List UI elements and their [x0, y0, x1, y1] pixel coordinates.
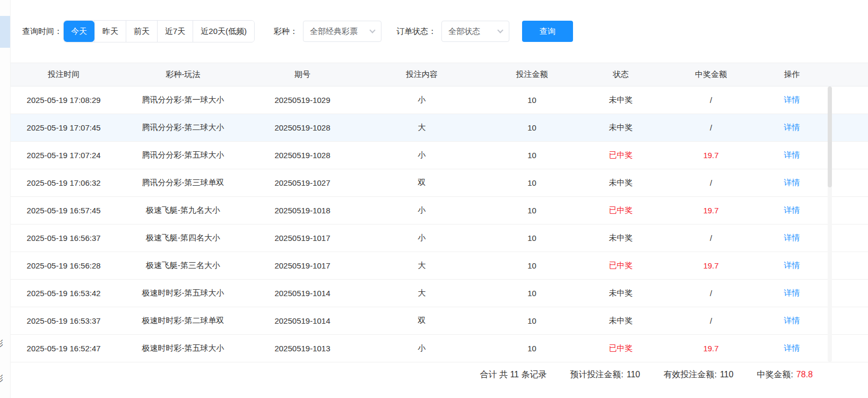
cell-action: 详情	[756, 86, 828, 114]
table-row: 2025-05-19 17:07:45腾讯分分彩-第二球大小20250519-1…	[11, 114, 868, 142]
query-button[interactable]: 查询	[522, 21, 573, 42]
column-header-2: 期号	[249, 63, 355, 86]
order-status-value: 全部状态	[448, 27, 480, 37]
cell-game: 极速时时彩-第五球大小	[117, 280, 249, 307]
cell-amount: 10	[488, 142, 576, 169]
detail-link[interactable]: 详情	[784, 150, 800, 159]
scrollbar-gutter-cell	[828, 280, 868, 307]
cell-prize: /	[666, 169, 756, 197]
column-header-5: 状态	[576, 63, 666, 86]
cell-time: 2025-05-19 17:08:29	[11, 86, 117, 114]
table-header-row: 投注时间彩种-玩法期号投注内容投注金额状态中奖金额操作	[11, 63, 868, 86]
total-records-text: 合计 共 11 条记录	[480, 369, 547, 380]
column-header-3: 投注内容	[355, 63, 488, 86]
cell-game: 腾讯分分彩-第一球大小	[117, 86, 249, 114]
cell-status: 未中奖	[576, 169, 666, 197]
cell-issue: 20250519-1027	[249, 169, 355, 197]
cell-game: 极速时时彩-第二球单双	[117, 307, 249, 335]
cell-amount: 10	[488, 114, 576, 142]
cell-issue: 20250519-1017	[249, 252, 355, 280]
cell-status: 未中奖	[576, 224, 666, 252]
vertical-scrollbar[interactable]	[828, 86, 832, 362]
detail-link[interactable]: 详情	[784, 261, 800, 270]
cell-amount: 10	[488, 280, 576, 307]
table-row: 2025-05-19 16:53:42极速时时彩-第五球大小20250519-1…	[11, 280, 868, 307]
cell-amount: 10	[488, 86, 576, 114]
cell-content: 小	[355, 197, 488, 224]
cell-time: 2025-05-19 17:07:45	[11, 114, 117, 142]
detail-link[interactable]: 详情	[784, 205, 800, 214]
sidebar-item-partial-1[interactable]: 彩	[0, 339, 11, 349]
collapsed-sidebar: 彩 彩	[0, 0, 11, 398]
cell-status: 未中奖	[576, 86, 666, 114]
table-row: 2025-05-19 16:53:37极速时时彩-第二球单双20250519-1…	[11, 307, 868, 335]
order-status-select[interactable]: 全部状态	[441, 21, 509, 42]
lottery-select[interactable]: 全部经典彩票	[303, 21, 381, 42]
lottery-filter-label: 彩种：	[274, 27, 298, 37]
cell-prize: /	[666, 86, 756, 114]
time-option-4[interactable]: 近20天(低频)	[193, 21, 254, 42]
summary-bar: 合计 共 11 条记录 预计投注金额:110 有效投注金额:110 中奖金额:7…	[11, 362, 868, 387]
cell-game: 极速时时彩-第五球大小	[117, 335, 249, 362]
cell-action: 详情	[756, 335, 828, 362]
detail-link[interactable]: 详情	[784, 288, 800, 297]
cell-issue: 20250519-1013	[249, 335, 355, 362]
valid-bet-label: 有效投注金额:	[663, 370, 716, 379]
time-filter-label: 查询时间：	[22, 27, 62, 37]
cell-time: 2025-05-19 17:06:32	[11, 169, 117, 197]
lottery-select-value: 全部经典彩票	[310, 27, 358, 37]
time-option-2[interactable]: 前天	[126, 21, 157, 42]
cell-amount: 10	[488, 197, 576, 224]
cell-issue: 20250519-1014	[249, 307, 355, 335]
cell-time: 2025-05-19 17:07:24	[11, 142, 117, 169]
cell-game: 极速飞艇-第三名大小	[117, 252, 249, 280]
filter-bar: 查询时间： 今天昨天前天近7天近20天(低频) 彩种： 全部经典彩票 订单状态：…	[11, 0, 868, 63]
detail-link[interactable]: 详情	[784, 233, 800, 242]
cell-status: 已中奖	[576, 335, 666, 362]
sidebar-item-partial-2[interactable]: 彩	[0, 374, 11, 384]
table-row: 2025-05-19 16:57:45极速飞艇-第九名大小20250519-10…	[11, 197, 868, 224]
cell-content: 小	[355, 224, 488, 252]
detail-link[interactable]: 详情	[784, 178, 800, 187]
cell-issue: 20250519-1017	[249, 224, 355, 252]
detail-link[interactable]: 详情	[784, 95, 800, 104]
scrollbar-gutter-cell	[828, 86, 868, 114]
column-header-6: 中奖金额	[666, 63, 756, 86]
cell-prize: 19.7	[666, 142, 756, 169]
detail-link[interactable]: 详情	[784, 343, 800, 352]
main-content: 查询时间： 今天昨天前天近7天近20天(低频) 彩种： 全部经典彩票 订单状态：…	[11, 0, 868, 398]
cell-content: 大	[355, 280, 488, 307]
cell-game: 极速飞艇-第九名大小	[117, 197, 249, 224]
cell-time: 2025-05-19 16:53:37	[11, 307, 117, 335]
cell-action: 详情	[756, 169, 828, 197]
cell-status: 未中奖	[576, 280, 666, 307]
cell-amount: 10	[488, 335, 576, 362]
cell-prize: /	[666, 114, 756, 142]
valid-bet-amount: 有效投注金额:110	[663, 369, 733, 380]
detail-link[interactable]: 详情	[784, 316, 800, 325]
time-option-1[interactable]: 昨天	[94, 21, 126, 42]
cell-issue: 20250519-1028	[249, 142, 355, 169]
detail-link[interactable]: 详情	[784, 123, 800, 132]
table-row: 2025-05-19 17:07:24腾讯分分彩-第五球大小20250519-1…	[11, 142, 868, 169]
cell-issue: 20250519-1028	[249, 114, 355, 142]
time-filter-group: 今天昨天前天近7天近20天(低频)	[63, 20, 255, 42]
cell-status: 已中奖	[576, 252, 666, 280]
cell-amount: 10	[488, 307, 576, 335]
cell-prize: /	[666, 280, 756, 307]
sidebar-active-item[interactable]	[0, 16, 11, 48]
cell-status: 已中奖	[576, 197, 666, 224]
scrollbar-gutter-cell	[828, 224, 868, 252]
table-row: 2025-05-19 17:08:29腾讯分分彩-第一球大小20250519-1…	[11, 86, 868, 114]
cell-status: 未中奖	[576, 114, 666, 142]
cell-prize: /	[666, 224, 756, 252]
scrollbar-gutter-cell	[828, 169, 868, 197]
cell-content: 双	[355, 169, 488, 197]
time-option-3[interactable]: 近7天	[157, 21, 193, 42]
chevron-down-icon	[497, 27, 503, 33]
table-row: 2025-05-19 16:56:28极速飞艇-第三名大小20250519-10…	[11, 252, 868, 280]
scrollbar-thumb[interactable]	[828, 86, 832, 187]
column-header-0: 投注时间	[11, 63, 117, 86]
time-option-0[interactable]: 今天	[64, 21, 94, 42]
valid-bet-value: 110	[720, 370, 734, 379]
